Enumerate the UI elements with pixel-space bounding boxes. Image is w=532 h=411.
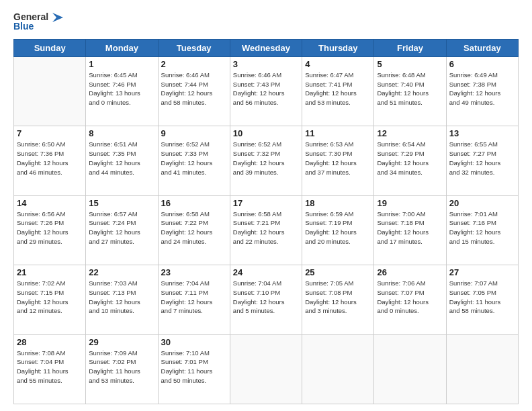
day-info: Sunrise: 7:06 AMSunset: 7:07 PMDaylight:… (377, 279, 443, 316)
calendar-cell: 30Sunrise: 7:10 AMSunset: 7:01 PMDayligh… (158, 334, 230, 404)
day-number: 1 (89, 59, 154, 69)
calendar-cell: 19Sunrise: 7:00 AMSunset: 7:18 PMDayligh… (374, 195, 446, 265)
calendar-cell: 15Sunrise: 6:57 AMSunset: 7:24 PMDayligh… (86, 195, 158, 265)
day-number: 18 (305, 198, 371, 208)
calendar-cell: 21Sunrise: 7:02 AMSunset: 7:15 PMDayligh… (14, 265, 86, 334)
calendar-cell: 2Sunrise: 6:46 AMSunset: 7:44 PMDaylight… (158, 56, 230, 126)
day-info: Sunrise: 6:46 AMSunset: 7:44 PMDaylight:… (161, 71, 227, 107)
day-number: 4 (305, 59, 371, 69)
calendar-cell: 26Sunrise: 7:06 AMSunset: 7:07 PMDayligh… (374, 265, 446, 334)
day-number: 15 (89, 198, 154, 208)
calendar-week-row: 28Sunrise: 7:08 AMSunset: 7:04 PMDayligh… (14, 334, 519, 404)
calendar-cell: 23Sunrise: 7:04 AMSunset: 7:11 PMDayligh… (158, 265, 230, 334)
day-number: 17 (233, 198, 299, 208)
day-info: Sunrise: 7:05 AMSunset: 7:08 PMDaylight:… (305, 279, 371, 316)
calendar-week-row: 1Sunrise: 6:45 AMSunset: 7:46 PMDaylight… (14, 56, 519, 126)
calendar-cell (446, 334, 518, 404)
weekday-header: Saturday (446, 39, 518, 56)
header: General Blue (13, 12, 519, 32)
day-number: 2 (161, 59, 227, 69)
day-number: 13 (449, 128, 515, 138)
calendar-cell: 9Sunrise: 6:52 AMSunset: 7:33 PMDaylight… (158, 126, 230, 195)
day-info: Sunrise: 6:58 AMSunset: 7:22 PMDaylight:… (161, 210, 227, 246)
calendar-cell: 13Sunrise: 6:55 AMSunset: 7:27 PMDayligh… (446, 126, 518, 195)
calendar-week-row: 7Sunrise: 6:50 AMSunset: 7:36 PMDaylight… (14, 126, 519, 195)
calendar-cell: 27Sunrise: 7:07 AMSunset: 7:05 PMDayligh… (446, 265, 518, 334)
day-number: 8 (89, 128, 154, 138)
day-number: 9 (161, 128, 227, 138)
day-number: 19 (377, 198, 443, 208)
day-number: 7 (17, 128, 83, 138)
day-number: 3 (233, 59, 299, 69)
calendar-cell: 1Sunrise: 6:45 AMSunset: 7:46 PMDaylight… (86, 56, 158, 126)
day-number: 22 (89, 267, 154, 277)
day-number: 30 (161, 337, 227, 347)
calendar-cell: 18Sunrise: 6:59 AMSunset: 7:19 PMDayligh… (302, 195, 374, 265)
day-info: Sunrise: 6:50 AMSunset: 7:36 PMDaylight:… (17, 140, 83, 177)
logo-blue: Blue (13, 21, 34, 32)
day-info: Sunrise: 7:04 AMSunset: 7:11 PMDaylight:… (161, 279, 227, 316)
calendar-cell: 4Sunrise: 6:47 AMSunset: 7:41 PMDaylight… (302, 56, 374, 126)
logo-arrow-icon (50, 13, 63, 22)
calendar-cell: 12Sunrise: 6:54 AMSunset: 7:29 PMDayligh… (374, 126, 446, 195)
day-number: 24 (233, 267, 299, 277)
calendar-cell: 29Sunrise: 7:09 AMSunset: 7:02 PMDayligh… (86, 334, 158, 404)
weekday-header: Sunday (14, 39, 86, 56)
calendar-cell: 11Sunrise: 6:53 AMSunset: 7:30 PMDayligh… (302, 126, 374, 195)
calendar-cell (14, 56, 86, 126)
calendar-week-row: 21Sunrise: 7:02 AMSunset: 7:15 PMDayligh… (14, 265, 519, 334)
day-info: Sunrise: 7:02 AMSunset: 7:15 PMDaylight:… (17, 279, 83, 316)
day-info: Sunrise: 7:07 AMSunset: 7:05 PMDaylight:… (449, 279, 515, 316)
calendar-cell: 10Sunrise: 6:52 AMSunset: 7:32 PMDayligh… (230, 126, 302, 195)
day-info: Sunrise: 7:10 AMSunset: 7:01 PMDaylight:… (161, 349, 227, 385)
calendar-cell: 5Sunrise: 6:48 AMSunset: 7:40 PMDaylight… (374, 56, 446, 126)
day-number: 11 (305, 128, 371, 138)
day-number: 6 (449, 59, 515, 69)
day-info: Sunrise: 6:55 AMSunset: 7:27 PMDaylight:… (449, 140, 515, 177)
weekday-header: Tuesday (158, 39, 230, 56)
day-info: Sunrise: 7:04 AMSunset: 7:10 PMDaylight:… (233, 279, 299, 316)
day-info: Sunrise: 6:51 AMSunset: 7:35 PMDaylight:… (89, 140, 154, 177)
day-info: Sunrise: 6:53 AMSunset: 7:30 PMDaylight:… (305, 140, 371, 177)
day-number: 23 (161, 267, 227, 277)
day-number: 29 (89, 337, 154, 347)
calendar-body: 1Sunrise: 6:45 AMSunset: 7:46 PMDaylight… (14, 56, 519, 404)
day-info: Sunrise: 6:59 AMSunset: 7:19 PMDaylight:… (305, 210, 371, 246)
calendar-cell: 24Sunrise: 7:04 AMSunset: 7:10 PMDayligh… (230, 265, 302, 334)
day-info: Sunrise: 7:00 AMSunset: 7:18 PMDaylight:… (377, 210, 443, 246)
day-info: Sunrise: 6:45 AMSunset: 7:46 PMDaylight:… (89, 71, 154, 107)
day-info: Sunrise: 6:47 AMSunset: 7:41 PMDaylight:… (305, 71, 371, 107)
day-number: 14 (17, 198, 83, 208)
logo: General Blue (13, 12, 63, 32)
calendar-table: SundayMondayTuesdayWednesdayThursdayFrid… (13, 39, 519, 404)
day-info: Sunrise: 6:58 AMSunset: 7:21 PMDaylight:… (233, 210, 299, 246)
weekday-header: Thursday (302, 39, 374, 56)
day-number: 28 (17, 337, 83, 347)
calendar-cell: 14Sunrise: 6:56 AMSunset: 7:26 PMDayligh… (14, 195, 86, 265)
day-number: 27 (449, 267, 515, 277)
day-number: 21 (17, 267, 83, 277)
day-number: 26 (377, 267, 443, 277)
calendar-cell: 28Sunrise: 7:08 AMSunset: 7:04 PMDayligh… (14, 334, 86, 404)
day-info: Sunrise: 6:48 AMSunset: 7:40 PMDaylight:… (377, 71, 443, 107)
day-number: 5 (377, 59, 443, 69)
calendar-cell: 20Sunrise: 7:01 AMSunset: 7:16 PMDayligh… (446, 195, 518, 265)
calendar-cell: 6Sunrise: 6:49 AMSunset: 7:38 PMDaylight… (446, 56, 518, 126)
calendar-cell: 25Sunrise: 7:05 AMSunset: 7:08 PMDayligh… (302, 265, 374, 334)
calendar-cell (230, 334, 302, 404)
day-info: Sunrise: 6:52 AMSunset: 7:33 PMDaylight:… (161, 140, 227, 177)
day-number: 25 (305, 267, 371, 277)
day-number: 16 (161, 198, 227, 208)
calendar-cell: 16Sunrise: 6:58 AMSunset: 7:22 PMDayligh… (158, 195, 230, 265)
day-info: Sunrise: 6:56 AMSunset: 7:26 PMDaylight:… (17, 210, 83, 246)
day-info: Sunrise: 6:49 AMSunset: 7:38 PMDaylight:… (449, 71, 515, 107)
day-info: Sunrise: 6:52 AMSunset: 7:32 PMDaylight:… (233, 140, 299, 177)
weekday-header: Monday (86, 39, 158, 56)
page: General Blue SundayMondayTuesdayWednesda… (0, 0, 532, 411)
calendar-cell: 17Sunrise: 6:58 AMSunset: 7:21 PMDayligh… (230, 195, 302, 265)
day-info: Sunrise: 6:57 AMSunset: 7:24 PMDaylight:… (89, 210, 154, 246)
weekday-header: Wednesday (230, 39, 302, 56)
calendar-cell: 8Sunrise: 6:51 AMSunset: 7:35 PMDaylight… (86, 126, 158, 195)
svg-marker-0 (52, 13, 63, 22)
day-number: 12 (377, 128, 443, 138)
